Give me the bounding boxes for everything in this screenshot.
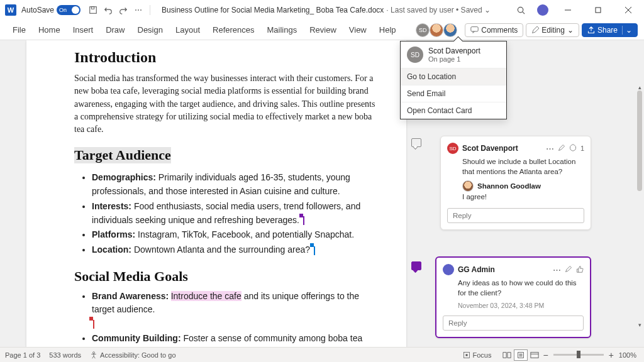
- minimize-button[interactable]: [557, 3, 579, 18]
- scroll-up-arrow[interactable]: ▴: [636, 84, 643, 90]
- comment-anchor-icon-active[interactable]: [411, 261, 421, 270]
- zoom-in-button[interactable]: +: [609, 350, 614, 360]
- document-page[interactable]: Introduction Social media has transforme…: [26, 40, 406, 347]
- presence-card-name: Scot Davenport: [428, 47, 480, 55]
- more-icon[interactable]: ⋯: [546, 144, 554, 153]
- comment-icon: [470, 26, 479, 34]
- title-bar: W AutoSave On ⋯ Business Outline for Soc…: [0, 0, 644, 20]
- goals-list: Brand Awareness: Introduce the cafe and …: [92, 290, 379, 347]
- document-area: Introduction Social media has transforme…: [0, 40, 644, 347]
- comment-date: November 03, 2024, 3:48 PM: [458, 302, 584, 309]
- comments-label: Comments: [481, 26, 518, 35]
- target-audience-list: Demographics: Primarily individuals aged…: [92, 171, 379, 256]
- editing-mode-button[interactable]: Editing ⌄: [526, 23, 579, 37]
- tab-draw[interactable]: Draw: [99, 21, 131, 38]
- autosave-toggle[interactable]: On: [57, 5, 80, 15]
- comment-card-selected[interactable]: GG Admin ⋯ Any ideas as to how we could …: [435, 256, 591, 338]
- list-item: Community Building: Foster a sense of co…: [92, 332, 379, 347]
- comment-author: GG Admin: [458, 265, 549, 274]
- highlighted-text: Introduce the cafe: [171, 291, 242, 301]
- chevron-down-icon: ⌄: [622, 26, 632, 35]
- reply-author: Shannon Goodlaw: [477, 182, 584, 190]
- tab-file[interactable]: File: [6, 21, 32, 38]
- edit-icon[interactable]: [565, 265, 572, 275]
- comment-avatar: [443, 264, 454, 275]
- presence-avatar-sd[interactable]: SD: [416, 23, 430, 37]
- scrollbar-thumb[interactable]: [637, 90, 642, 191]
- save-status[interactable]: · Last saved by user • Saved ⌄: [386, 6, 491, 14]
- tab-home[interactable]: Home: [32, 21, 67, 38]
- tab-help[interactable]: Help: [373, 21, 402, 38]
- open-contact-card-item[interactable]: Open Contact Card: [401, 102, 506, 119]
- comment-text: Should we include a bullet Location that…: [462, 156, 584, 177]
- svg-line-3: [522, 11, 524, 13]
- resolve-icon[interactable]: [569, 144, 577, 153]
- heading-introduction: Introduction: [74, 49, 379, 66]
- current-user-avatar[interactable]: [537, 4, 548, 16]
- comment-avatar: SD: [447, 143, 458, 154]
- accessibility-status[interactable]: Accessibility: Good to go: [90, 351, 175, 359]
- edit-icon[interactable]: [558, 144, 565, 153]
- reply-input[interactable]: [447, 208, 584, 223]
- comment-anchor-icon[interactable]: [411, 138, 421, 147]
- svg-rect-11: [465, 354, 467, 356]
- maximize-button[interactable]: [587, 3, 609, 18]
- scroll-down-arrow[interactable]: ▾: [636, 322, 643, 328]
- tab-review[interactable]: Review: [303, 21, 343, 38]
- tab-references[interactable]: References: [206, 21, 260, 38]
- redo-icon[interactable]: [118, 5, 128, 15]
- share-label: Share: [597, 26, 618, 35]
- pencil-icon: [531, 26, 539, 34]
- presence-avatar-3[interactable]: [443, 23, 457, 37]
- word-count[interactable]: 533 words: [49, 351, 81, 359]
- svg-rect-16: [531, 352, 538, 358]
- list-item: Platforms: Instagram, TikTok, Facebook, …: [92, 228, 379, 242]
- zoom-percentage[interactable]: 100%: [619, 351, 636, 359]
- read-mode-icon[interactable]: [500, 349, 514, 361]
- document-title[interactable]: Business Outline for Social Media Market…: [162, 6, 384, 14]
- page-indicator[interactable]: Page 1 of 3: [5, 351, 40, 359]
- like-icon[interactable]: [576, 265, 584, 275]
- zoom-slider-knob[interactable]: [577, 351, 580, 358]
- share-button[interactable]: Share ⌄: [582, 23, 638, 37]
- chevron-down-icon: ⌄: [567, 26, 574, 35]
- reply-input[interactable]: [443, 315, 584, 331]
- status-bar: Page 1 of 3 533 words Accessibility: Goo…: [0, 347, 644, 362]
- share-icon: [587, 26, 595, 34]
- comment-card[interactable]: SD Scot Davenport ⋯ 1 Should we include …: [440, 136, 591, 230]
- intro-paragraph: Social media has transformed the way bus…: [74, 72, 379, 136]
- search-icon[interactable]: [516, 5, 526, 15]
- tab-design[interactable]: Design: [131, 21, 169, 38]
- separator: [150, 5, 150, 15]
- svg-point-9: [93, 351, 95, 353]
- list-item: Brand Awareness: Introduce the cafe and …: [92, 290, 379, 331]
- focus-mode[interactable]: Focus: [463, 351, 492, 359]
- undo-icon[interactable]: [103, 5, 113, 15]
- heading-social-media-goals: Social Media Goals: [74, 268, 379, 285]
- more-icon[interactable]: ⋯: [553, 265, 561, 275]
- tab-layout[interactable]: Layout: [169, 21, 206, 38]
- tab-view[interactable]: View: [343, 21, 373, 38]
- toggle-knob: [72, 6, 79, 14]
- tab-mailings[interactable]: Mailings: [261, 21, 304, 38]
- editing-label: Editing: [541, 26, 565, 35]
- zoom-slider[interactable]: [553, 354, 604, 356]
- svg-rect-8: [471, 27, 478, 31]
- save-icon[interactable]: [88, 5, 98, 15]
- comment-author: Scot Davenport: [462, 144, 542, 153]
- send-email-item[interactable]: Send Email: [401, 85, 506, 102]
- heading-target-audience: Target Audience: [74, 147, 171, 163]
- go-to-location-item[interactable]: Go to Location: [401, 68, 506, 85]
- svg-rect-0: [90, 7, 97, 14]
- qat-dropdown-icon[interactable]: ⋯: [133, 5, 143, 15]
- close-button[interactable]: [618, 3, 639, 18]
- tab-insert[interactable]: Insert: [67, 21, 100, 38]
- comments-button[interactable]: Comments: [465, 23, 523, 37]
- vertical-scrollbar[interactable]: ▴ ▾: [636, 84, 643, 328]
- svg-point-2: [518, 7, 523, 12]
- presence-avatar-2[interactable]: [430, 23, 443, 37]
- autosave-state: On: [59, 7, 67, 13]
- web-layout-icon[interactable]: [528, 349, 541, 361]
- print-layout-icon[interactable]: [514, 349, 528, 361]
- zoom-out-button[interactable]: −: [543, 350, 548, 360]
